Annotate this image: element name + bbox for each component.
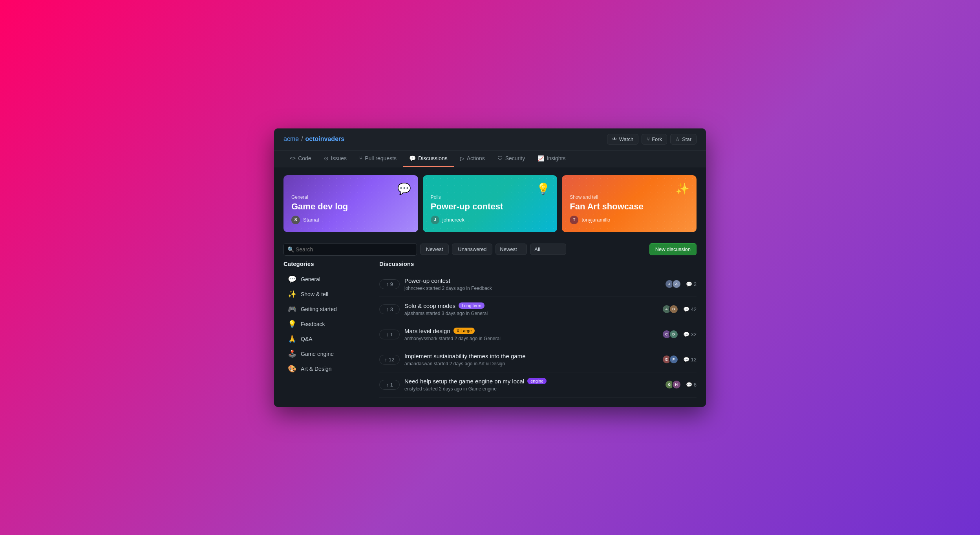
nav-tabs: <> Code ⊙ Issues ⑂ Pull requests 💬 Discu… bbox=[274, 150, 706, 167]
discussion-title-3[interactable]: Mars level design bbox=[404, 328, 450, 334]
category-item-show-tell[interactable]: ✨ Show & tell bbox=[283, 287, 370, 302]
comment-icon-1: 💬 bbox=[686, 281, 692, 287]
discussion-main-4: Implement sustainability themes into the… bbox=[404, 353, 657, 366]
general-emoji: 💬 bbox=[287, 275, 297, 284]
filters-row: 🔍 Newest Unanswered Newest Oldest Top Al… bbox=[283, 238, 697, 260]
card-general-icon: 💬 bbox=[397, 182, 411, 195]
qa-emoji: 🙏 bbox=[287, 335, 297, 343]
card-game-dev-log[interactable]: 💬 General Game dev log S Stamat bbox=[283, 175, 418, 232]
discussion-list: Discussions ↑ 9 Power-up contest johncre… bbox=[379, 260, 697, 398]
main-content: 🔍 Newest Unanswered Newest Oldest Top Al… bbox=[274, 238, 706, 407]
discussion-title-row-4: Implement sustainability themes into the… bbox=[404, 353, 657, 359]
discussion-title-row-3: Mars level design X Large bbox=[404, 328, 657, 334]
category-item-feedback[interactable]: 💡 Feedback bbox=[283, 317, 370, 332]
repo-header: acme / octoinvaders 👁 Watch ⑂ Fork ☆ Sta… bbox=[274, 128, 706, 150]
discussions-icon: 💬 bbox=[409, 155, 416, 161]
vote-button-3[interactable]: ↑ 1 bbox=[379, 330, 400, 339]
search-input[interactable] bbox=[283, 243, 417, 256]
comment-count-3: 💬 32 bbox=[683, 332, 697, 337]
categories-title: Categories bbox=[283, 260, 370, 267]
comment-count-4: 💬 12 bbox=[683, 357, 697, 363]
card-general-avatar: S bbox=[291, 216, 300, 224]
discussion-title-2[interactable]: Solo & coop modes bbox=[404, 302, 455, 309]
eye-icon: 👁 bbox=[612, 136, 617, 142]
discussion-title-5[interactable]: Need help setup the game engine on my lo… bbox=[404, 378, 524, 385]
filter-newest-button[interactable]: Newest bbox=[420, 244, 449, 255]
avatar-4b: F bbox=[669, 355, 678, 364]
comment-count-1: 💬 2 bbox=[686, 281, 697, 287]
new-discussion-button[interactable]: New discussion bbox=[649, 243, 697, 255]
discussion-item-5: ↑ 1 Need help setup the game engine on m… bbox=[379, 372, 697, 398]
discussions-section-title: Discussions bbox=[379, 260, 697, 267]
vote-button-1[interactable]: ↑ 9 bbox=[379, 279, 400, 289]
category-item-qa[interactable]: 🙏 Q&A bbox=[283, 332, 370, 346]
fork-icon: ⑂ bbox=[647, 136, 650, 142]
card-polls-author: J johncreek bbox=[431, 216, 550, 224]
discussion-meta-3: anthonyvsshark started 2 days ago in Gen… bbox=[404, 336, 657, 341]
repo-name[interactable]: octoinvaders bbox=[305, 136, 345, 143]
discussion-main-2: Solo & coop modes Long term ajashams sta… bbox=[404, 302, 657, 316]
watch-button[interactable]: 👁 Watch bbox=[607, 134, 638, 145]
vote-button-2[interactable]: ↑ 3 bbox=[379, 304, 400, 314]
comment-icon-5: 💬 bbox=[686, 382, 692, 388]
category-item-game-engine[interactable]: 🕹️ Game engine bbox=[283, 346, 370, 361]
upvote-icon-1: ↑ bbox=[386, 281, 389, 287]
card-polls-avatar: J bbox=[431, 216, 439, 224]
category-item-general[interactable]: 💬 General bbox=[283, 272, 370, 287]
discussion-avatars-2: A B bbox=[662, 304, 678, 314]
comment-icon-4: 💬 bbox=[683, 357, 689, 363]
avatar-1b: A bbox=[672, 279, 681, 289]
label-engine: engine bbox=[527, 378, 547, 384]
tab-security[interactable]: 🛡 Security bbox=[491, 150, 532, 167]
card-showandtell-avatar: T bbox=[570, 216, 578, 224]
discussion-right-1: J A 💬 2 bbox=[665, 279, 697, 289]
upvote-icon-2: ↑ bbox=[386, 306, 389, 312]
discussion-title-1[interactable]: Power-up contest bbox=[404, 277, 450, 284]
filter-unanswered-button[interactable]: Unanswered bbox=[452, 244, 492, 255]
vote-button-5[interactable]: ↑ 1 bbox=[379, 380, 400, 390]
discussions-layout: Categories 💬 General ✨ Show & tell 🎮 Get… bbox=[283, 260, 697, 398]
show-tell-emoji: ✨ bbox=[287, 290, 297, 299]
discussion-meta-2: ajashams started 3 days ago in General bbox=[404, 311, 657, 316]
card-polls-title: Power-up contest bbox=[431, 202, 550, 212]
discussion-item-4: ↑ 12 Implement sustainability themes int… bbox=[379, 347, 697, 372]
comment-icon-3: 💬 bbox=[683, 332, 689, 337]
discussion-item-2: ↑ 3 Solo & coop modes Long term ajashams… bbox=[379, 297, 697, 322]
discussion-avatars-3: C D bbox=[662, 330, 678, 339]
tab-issues[interactable]: ⊙ Issues bbox=[318, 150, 353, 167]
actions-icon: ▷ bbox=[460, 155, 464, 161]
tab-insights[interactable]: 📈 Insights bbox=[531, 150, 572, 167]
card-polls-icon: 💡 bbox=[536, 182, 550, 195]
category-item-art-design[interactable]: 🎨 Art & Design bbox=[283, 361, 370, 376]
category-filter-select[interactable]: All General Feedback bbox=[530, 244, 566, 255]
vote-button-4[interactable]: ↑ 12 bbox=[379, 355, 400, 365]
org-name[interactable]: acme bbox=[283, 136, 299, 143]
label-xlarge: X Large bbox=[453, 328, 475, 334]
card-power-up-contest[interactable]: 💡 Polls Power-up contest J johncreek bbox=[423, 175, 558, 232]
tab-actions[interactable]: ▷ Actions bbox=[454, 150, 491, 167]
main-window: acme / octoinvaders 👁 Watch ⑂ Fork ☆ Sta… bbox=[274, 128, 706, 407]
fork-button[interactable]: ⑂ Fork bbox=[642, 134, 667, 145]
discussion-title-4[interactable]: Implement sustainability themes into the… bbox=[404, 353, 526, 359]
card-general-category: General bbox=[291, 194, 410, 200]
code-icon: <> bbox=[290, 155, 296, 161]
tab-pull-requests[interactable]: ⑂ Pull requests bbox=[353, 150, 403, 167]
category-item-getting-started[interactable]: 🎮 Getting started bbox=[283, 302, 370, 317]
card-general-title: Game dev log bbox=[291, 202, 410, 212]
discussion-main-1: Power-up contest johncreek started 2 day… bbox=[404, 277, 660, 291]
discussion-item-3: ↑ 1 Mars level design X Large anthonyvss… bbox=[379, 322, 697, 347]
card-fan-art-showcase[interactable]: ✨ Show and tell Fan Art showcase T tonyj… bbox=[562, 175, 697, 232]
star-button[interactable]: ☆ Star bbox=[670, 134, 697, 145]
discussion-meta-5: enstyled started 2 days ago in Game engi… bbox=[404, 386, 660, 392]
card-polls-category: Polls bbox=[431, 194, 550, 200]
sort-select[interactable]: Newest Oldest Top bbox=[495, 244, 527, 255]
upvote-icon-3: ↑ bbox=[386, 332, 389, 337]
card-showandtell-icon: ✨ bbox=[676, 182, 689, 195]
discussion-meta-1: johncreek started 2 days ago in Feedback bbox=[404, 286, 660, 291]
tab-discussions[interactable]: 💬 Discussions bbox=[403, 150, 454, 167]
discussion-title-row-1: Power-up contest bbox=[404, 277, 660, 284]
card-showandtell-title: Fan Art showcase bbox=[570, 202, 689, 212]
search-wrap: 🔍 bbox=[283, 243, 417, 256]
tab-code[interactable]: <> Code bbox=[283, 150, 318, 167]
feedback-emoji: 💡 bbox=[287, 320, 297, 328]
